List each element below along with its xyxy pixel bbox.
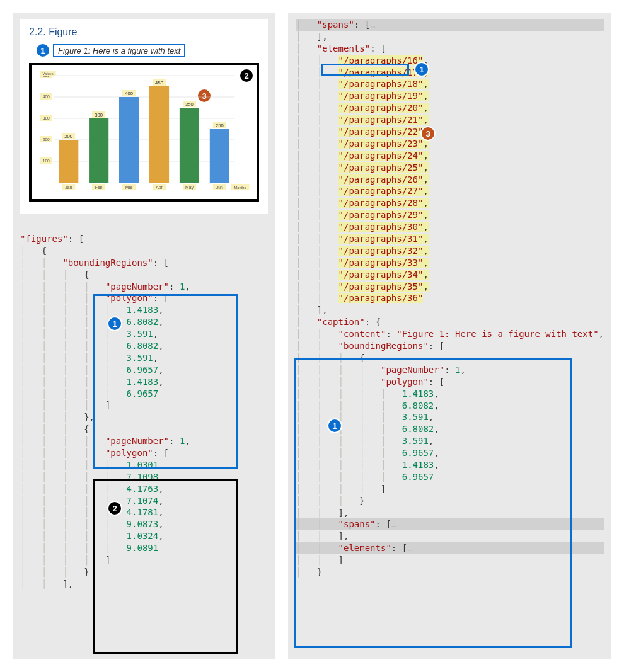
elements-caption-json-snippet: │ "spans": […│ ],│ "elements": [│ │ "/pa… <box>296 19 604 578</box>
chart-frame: 2 3 100200300400500Values200Jan300Feb400… <box>29 63 259 202</box>
svg-text:Months: Months <box>234 186 246 190</box>
svg-rect-27 <box>119 97 139 183</box>
figure-caption-box: Figure 1: Here is a figure with text <box>53 44 185 57</box>
svg-text:Values: Values <box>43 72 54 76</box>
right-panel: │ "spans": […│ ],│ "elements": [│ │ "/pa… <box>288 13 611 659</box>
figure-preview-card: 2.2. Figure 1 Figure 1: Here is a figure… <box>20 19 268 214</box>
svg-text:400: 400 <box>125 91 133 96</box>
figures-json-snippet: "figures": [│ {│ │ "boundingRegions": [│… <box>20 233 268 590</box>
diagram-canvas: 2.2. Figure 1 Figure 1: Here is a figure… <box>0 0 624 672</box>
svg-text:Jan: Jan <box>65 185 72 190</box>
bar-chart: 100200300400500Values200Jan300Feb400Mar4… <box>35 69 253 195</box>
svg-text:450: 450 <box>155 80 163 86</box>
annotation-badge-3-elements: 3 <box>420 126 436 141</box>
svg-text:Jun: Jun <box>216 185 223 190</box>
annotation-badge-1-caption: 1 <box>327 418 342 433</box>
svg-text:250: 250 <box>216 123 224 128</box>
figure-section-heading: 2.2. Figure <box>29 26 259 38</box>
svg-text:350: 350 <box>185 101 194 107</box>
svg-text:May: May <box>185 185 194 190</box>
svg-text:300: 300 <box>43 116 50 120</box>
svg-text:300: 300 <box>95 112 103 118</box>
annotation-badge-1-code: 1 <box>107 316 122 331</box>
svg-rect-37 <box>180 108 199 183</box>
svg-text:200: 200 <box>64 134 72 139</box>
annotation-badge-1-elements: 1 <box>414 62 429 77</box>
annotation-badge-1: 1 <box>35 43 50 58</box>
caption-row: 1 Figure 1: Here is a figure with text <box>35 43 259 58</box>
svg-text:Mar: Mar <box>125 185 133 190</box>
svg-rect-42 <box>210 129 229 183</box>
svg-rect-32 <box>149 86 169 183</box>
svg-rect-17 <box>59 140 78 183</box>
svg-rect-22 <box>89 118 108 183</box>
left-panel: 2.2. Figure 1 Figure 1: Here is a figure… <box>13 13 275 659</box>
svg-text:Feb: Feb <box>95 185 103 190</box>
svg-text:400: 400 <box>43 94 50 99</box>
svg-text:200: 200 <box>43 137 50 142</box>
svg-text:100: 100 <box>43 159 50 163</box>
annotation-badge-2-code: 2 <box>107 501 122 516</box>
svg-text:Apr: Apr <box>156 185 163 190</box>
